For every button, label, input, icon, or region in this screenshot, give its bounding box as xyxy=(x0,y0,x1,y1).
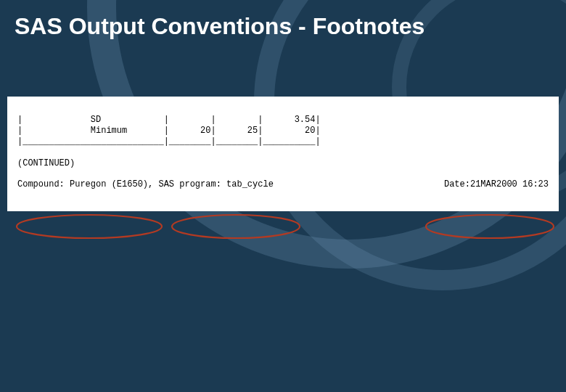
footnote-line: Compound: Puregon (E1650), SAS program: … xyxy=(17,179,549,190)
compound-label: Compound: xyxy=(17,179,65,189)
continued-indicator: (CONTINUED) xyxy=(17,158,75,168)
date-value: 21MAR2000 16:23 xyxy=(470,179,549,189)
table-separator: |___________________________|________|__… xyxy=(17,136,321,147)
page-title: SAS Output Conventions - Footnotes xyxy=(0,0,566,46)
annotation-ellipse-compound xyxy=(13,212,165,241)
footnote-right: Date:21MAR2000 16:23 xyxy=(444,179,549,190)
table-row: | Minimum | 20| 25| 20| xyxy=(17,126,321,136)
annotation-ellipse-date xyxy=(421,212,559,241)
annotation-ellipse-program xyxy=(167,212,305,241)
program-label: SAS program: xyxy=(158,179,221,189)
svg-point-1 xyxy=(172,215,300,238)
svg-point-2 xyxy=(426,215,554,238)
svg-point-0 xyxy=(17,215,162,238)
compound-value: Puregon (E1650), xyxy=(70,179,153,189)
footnote-left: Compound: Puregon (E1650), SAS program: … xyxy=(17,179,274,190)
table-row: | SD | | | 3.54| xyxy=(17,115,321,125)
program-value: tab_cycle xyxy=(226,179,274,189)
date-label: Date: xyxy=(444,179,470,189)
sas-output-panel: | SD | | | 3.54| | Minimum | 20| 25| 20|… xyxy=(7,97,559,211)
